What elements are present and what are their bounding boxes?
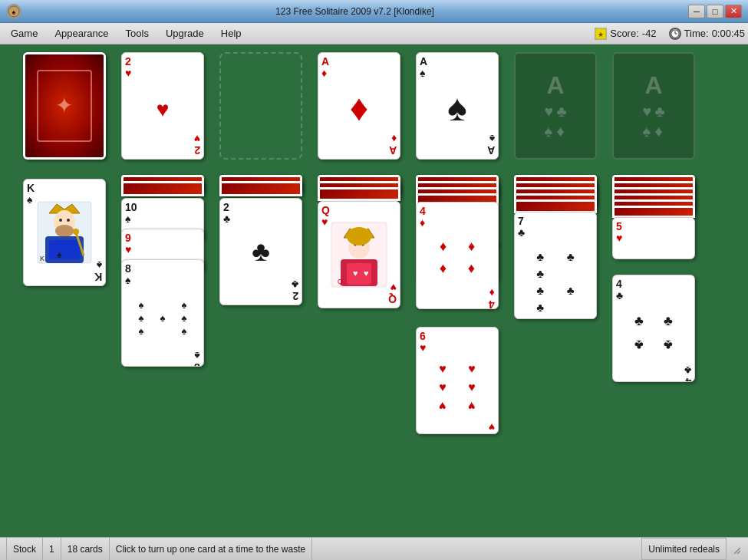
minimize-button[interactable]: ─ bbox=[688, 5, 705, 18]
card-rank-top: 4♣ bbox=[616, 278, 691, 302]
tableau-col1-king-spades[interactable]: K♠ ♠ K bbox=[23, 179, 106, 286]
time-value: 0:00:45 bbox=[712, 28, 745, 39]
card-center-pip: ♠ bbox=[420, 84, 495, 132]
card-rank-bot: 2♣ bbox=[292, 278, 298, 301]
resize-grip[interactable] bbox=[730, 543, 742, 555]
col7-back-6 bbox=[612, 206, 695, 218]
card-rank-top: 4♦ bbox=[420, 206, 495, 229]
menu-upgrade[interactable]: Upgrade bbox=[158, 25, 212, 41]
svg-line-30 bbox=[734, 548, 740, 554]
col2-card-8s[interactable]: 8♠ ♠ ♠ ♠ ♠ ♠ ♠ ♠ 8♠ bbox=[121, 259, 204, 367]
card-rank-top: 7♣ bbox=[518, 216, 593, 239]
score-label: Score: bbox=[610, 28, 639, 39]
card-rank-top: 10♠ bbox=[125, 202, 200, 226]
foundation-1-ace-diamonds[interactable]: A♦ ♦ A♦ bbox=[318, 52, 400, 160]
col4-queen-hearts[interactable]: Q♥ ♥ ♥ Q Q♥ bbox=[318, 201, 400, 308]
status-hint: Click to turn up one card at a time to t… bbox=[110, 538, 312, 560]
svg-point-16 bbox=[73, 229, 79, 235]
clock-icon bbox=[669, 28, 681, 40]
svg-point-24 bbox=[347, 227, 371, 245]
stock-card-back-pattern: ✦ bbox=[25, 54, 104, 157]
svg-text:♠: ♠ bbox=[57, 249, 62, 260]
card-rank-top: 2♣ bbox=[223, 202, 298, 226]
svg-point-11 bbox=[67, 219, 70, 222]
game-area[interactable]: ✦ 2♥ ♥ 2♥ A♦ ♦ A♦ A♠ ♠ A♠ A ♥♣ ♠♦ A bbox=[0, 44, 748, 537]
card-rank-bot: A♠ bbox=[487, 132, 495, 156]
card-rank-bot: 6♥ bbox=[489, 420, 495, 434]
score-value: -42 bbox=[642, 28, 657, 39]
card-rank-bot: 4♣ bbox=[684, 364, 691, 382]
card-center-pip: ♦ bbox=[321, 84, 397, 132]
menu-help[interactable]: Help bbox=[213, 25, 249, 41]
score-area: ★ Score: -42 bbox=[595, 28, 656, 40]
stock-ornament: ✦ bbox=[37, 70, 91, 142]
card-rank-top: 5♥ bbox=[616, 221, 691, 245]
col7-4c[interactable]: 4♣ ♣ ♣ ♣ ♣ 4♣ bbox=[612, 275, 695, 382]
card-rank-bot: 8♠ bbox=[194, 349, 200, 367]
score-time-area: ★ Score: -42 Time: 0:00:45 bbox=[595, 28, 745, 40]
card-rank-bot: Q♥ bbox=[388, 281, 397, 305]
col4-back-3 bbox=[318, 187, 400, 201]
time-area: Time: 0:00:45 bbox=[669, 28, 745, 40]
menu-appearance[interactable]: Appearance bbox=[47, 25, 116, 41]
col3-card-2c[interactable]: 2♣ ♣ 2♣ bbox=[219, 198, 302, 305]
king-art: ♠ K bbox=[28, 193, 101, 272]
card-center-pip: ♥ bbox=[125, 87, 200, 132]
status-bar: Stock 1 18 cards Click to turn up one ca… bbox=[0, 537, 748, 560]
svg-text:♠: ♠ bbox=[12, 8, 16, 16]
svg-rect-14 bbox=[49, 240, 80, 259]
window-title: 123 Free Solitaire 2009 v7.2 [Klondike] bbox=[21, 6, 688, 17]
svg-point-12 bbox=[55, 225, 74, 237]
card-rank-bot: K♠ bbox=[94, 259, 102, 282]
card-rank-bot: 2♥ bbox=[194, 132, 200, 156]
svg-text:Q: Q bbox=[338, 278, 343, 285]
col3-back-2 bbox=[219, 181, 302, 196]
title-bar-left: ♠ bbox=[6, 4, 21, 19]
col6-7c[interactable]: 7♣ ♣ ♣ ♣ ♣ ♣ ♣ 7♣ bbox=[514, 212, 597, 319]
col3-empty-slot bbox=[219, 52, 302, 160]
title-bar: ♠ 123 Free Solitaire 2009 v7.2 [Klondike… bbox=[0, 0, 748, 23]
svg-text:♥: ♥ bbox=[353, 268, 358, 278]
status-stock-count: 1 bbox=[43, 538, 61, 560]
col7-5h[interactable]: 5♥ bbox=[612, 217, 695, 259]
menu-game[interactable]: Game bbox=[3, 25, 45, 41]
foundation-3-empty[interactable]: A ♥♣ ♠♦ bbox=[514, 52, 597, 160]
window-controls: ─ □ ✕ bbox=[688, 5, 742, 18]
card-rank-top: A♦ bbox=[321, 56, 397, 80]
col2-back-2 bbox=[121, 181, 204, 196]
status-redeals: Unlimited redeals bbox=[641, 538, 727, 560]
time-label: Time: bbox=[684, 28, 709, 39]
card-rank-top: 8♠ bbox=[125, 263, 200, 287]
queen-art: ♥ ♥ Q bbox=[323, 216, 395, 294]
menu-bar: Game Appearance Tools Upgrade Help ★ Sco… bbox=[0, 23, 748, 44]
foundation-2-ace-spades[interactable]: A♠ ♠ A♠ bbox=[416, 52, 499, 160]
app-icon: ♠ bbox=[6, 4, 21, 19]
stock-pile[interactable]: ✦ bbox=[23, 52, 106, 160]
foundation-4-empty[interactable]: A ♥♣ ♠♦ bbox=[612, 52, 695, 160]
card-rank-bot: A♦ bbox=[389, 132, 397, 156]
menu-tools[interactable]: Tools bbox=[118, 25, 157, 41]
card-rank-top: A♠ bbox=[420, 56, 495, 80]
svg-text:♥: ♥ bbox=[364, 268, 369, 278]
card-rank-bot: 4♦ bbox=[489, 286, 495, 309]
card-center-pip: ♣ bbox=[223, 226, 298, 278]
card-rank-top: 2♥ bbox=[125, 56, 200, 80]
svg-text:K: K bbox=[40, 255, 44, 262]
card-rank-top: 9♥ bbox=[125, 232, 200, 256]
status-card-count: 18 cards bbox=[61, 538, 110, 560]
close-button[interactable]: ✕ bbox=[725, 5, 742, 18]
col5-4d-full[interactable]: 4♦ ♦ ♦ ♦ ♦ 4♦ bbox=[416, 202, 499, 309]
svg-point-10 bbox=[59, 219, 62, 222]
col5-6h-visible[interactable]: 6♥ ♥ ♥ ♥ ♥ ♥ ♥ 6♥ bbox=[416, 327, 499, 434]
score-icon: ★ bbox=[595, 28, 607, 40]
status-stock-label: Stock bbox=[6, 538, 43, 560]
waste-card-2h[interactable]: 2♥ ♥ 2♥ bbox=[121, 52, 204, 160]
card-rank-top: 6♥ bbox=[420, 331, 495, 354]
maximize-button[interactable]: □ bbox=[707, 5, 723, 18]
svg-text:★: ★ bbox=[598, 31, 604, 38]
svg-line-31 bbox=[737, 551, 740, 554]
